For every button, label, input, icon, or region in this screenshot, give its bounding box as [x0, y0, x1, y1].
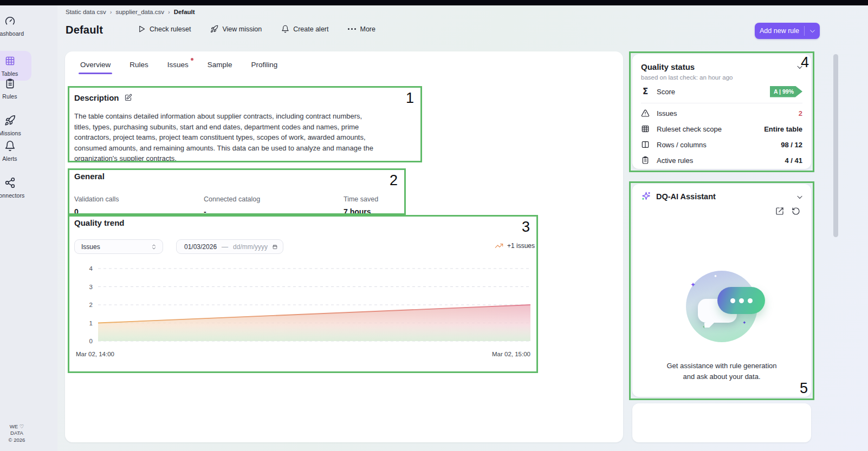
breadcrumb-item-current[interactable]: Default: [174, 9, 195, 15]
os-top-bar: [0, 0, 868, 5]
svg-text:4: 4: [89, 265, 93, 272]
x-axis-label-start: Mar 02, 14:00: [76, 351, 114, 357]
sidebar-item-label: Tables: [0, 70, 31, 77]
svg-text:1: 1: [89, 320, 93, 326]
metric-select-value: Issues: [81, 243, 151, 251]
share-nodes-icon: [4, 177, 16, 188]
general-title: General: [74, 172, 105, 181]
footer-line: DATA: [10, 430, 23, 436]
quality-status-panel: Quality status based on last check: an h…: [632, 54, 811, 169]
bell-icon: [4, 140, 16, 152]
sidebar-item-label: Connectors: [0, 192, 31, 199]
add-new-rule-button[interactable]: Add new rule: [755, 23, 820, 39]
metric-value: 7 hours: [344, 207, 378, 216]
metric-validation-calls: Validation calls 0: [74, 195, 119, 216]
sidebar-item-tables[interactable]: Tables: [0, 51, 31, 81]
issues-notification-dot: [191, 58, 193, 61]
edit-pencil-icon[interactable]: [124, 94, 132, 102]
sidebar-item-connectors[interactable]: Connectors: [0, 177, 31, 199]
svg-text:2: 2: [89, 302, 93, 308]
sidebar-item-label: Dashboard: [0, 30, 31, 37]
clipboard-list-icon: [4, 78, 16, 89]
sidebar-item-missions[interactable]: Missions: [0, 115, 31, 136]
sidebar-item-alerts[interactable]: Alerts: [0, 140, 31, 162]
play-icon: [138, 25, 146, 33]
tab-label: Issues: [167, 61, 189, 69]
metric-label: Validation calls: [74, 195, 119, 203]
add-new-rule-label: Add new rule: [755, 27, 804, 35]
action-label: Check ruleset: [150, 25, 191, 33]
score-row: Σ Score A | 99%: [641, 86, 802, 97]
rocket-icon: [210, 25, 218, 33]
quality-trend-chart: 4 3 2 1 0 Mar 02, 14:00 Mar 02, 15:00: [74, 262, 535, 349]
sidebar: Dashboard Tables Rules Missions Alerts C…: [0, 5, 57, 451]
metric-connected-catalog: Connected catalog -: [204, 195, 260, 216]
metric-label: Time saved: [344, 195, 378, 203]
check-ruleset-button[interactable]: Check ruleset: [138, 25, 191, 33]
rows-columns-row: Rows / columns 98 / 12: [641, 139, 802, 151]
quality-status-subtitle: based on last check: an hour ago: [641, 74, 733, 81]
ai-assistant-title: DQ-AI Assistant: [656, 192, 716, 201]
svg-text:0: 0: [89, 338, 93, 344]
create-alert-button[interactable]: Create alert: [281, 25, 328, 33]
breadcrumb-item[interactable]: supplier_data.csv: [115, 9, 164, 15]
y-axis-ticks: 4 3 2 1 0: [89, 265, 93, 344]
area-chart: 4 3 2 1 0: [74, 262, 535, 349]
view-mission-button[interactable]: View mission: [210, 25, 262, 33]
trending-up-icon: [495, 241, 503, 250]
sparkle-decoration: ✦: [690, 282, 696, 288]
action-label: More: [360, 25, 375, 33]
description-title: Description: [74, 93, 119, 102]
ruleset-scope-row: Ruleset check scope Entire table: [641, 123, 802, 135]
row-label: Active rules: [657, 156, 778, 165]
table-grid-icon: [641, 125, 650, 133]
more-button[interactable]: More: [348, 25, 375, 33]
sidebar-item-rules[interactable]: Rules: [0, 78, 31, 100]
metric-time-saved: Time saved 7 hours: [344, 195, 378, 216]
vertical-scrollbar-thumb[interactable]: [833, 54, 838, 237]
quality-trend-section: Quality trend Issues 01/03/2026 — dd/mm/…: [74, 216, 542, 349]
gauge-icon: [4, 15, 16, 27]
metric-select[interactable]: Issues: [74, 239, 163, 254]
chevron-down-icon: [809, 28, 816, 35]
sidebar-item-label: Alerts: [0, 155, 31, 162]
chevron-down-icon[interactable]: [796, 193, 804, 201]
row-label: Rows / columns: [657, 141, 774, 149]
external-link-icon[interactable]: [775, 207, 784, 215]
rocket-icon: [4, 115, 16, 126]
tab-profiling[interactable]: Profiling: [251, 61, 278, 74]
refresh-icon[interactable]: [792, 207, 800, 215]
tab-rules[interactable]: Rules: [129, 61, 148, 74]
breadcrumb-separator: ›: [110, 9, 112, 15]
tab-issues[interactable]: Issues: [167, 61, 189, 74]
row-value: 2: [799, 109, 802, 117]
tab-overview[interactable]: Overview: [80, 61, 111, 74]
tab-label: Overview: [80, 61, 111, 69]
description-section: Description The table contains detailed …: [74, 87, 425, 164]
x-axis-label-end: Mar 02, 15:00: [492, 351, 530, 357]
row-label: Issues: [657, 109, 792, 117]
metric-label: Connected catalog: [204, 195, 260, 203]
date-from-value: 01/03/2026: [184, 243, 217, 251]
sidebar-item-label: Missions: [0, 130, 31, 136]
tab-label: Profiling: [251, 61, 278, 69]
action-label: Create alert: [293, 25, 328, 33]
calendar-icon[interactable]: [273, 243, 277, 251]
general-section: General Validation calls 0 Connected cat…: [74, 169, 410, 223]
score-label: Score: [657, 88, 763, 96]
breadcrumb-item[interactable]: Static data csv: [66, 9, 106, 15]
chevrons-up-down-icon: [151, 244, 157, 250]
ai-assistant-panel: DQ-AI Assistant ✦ ● ✦ ✦ Get assistance w…: [632, 184, 811, 397]
columns-icon: [641, 140, 650, 149]
ellipsis-icon: [348, 28, 356, 30]
sidebar-item-dashboard[interactable]: Dashboard: [0, 15, 31, 37]
add-rule-dropdown-toggle[interactable]: [805, 28, 820, 35]
breadcrumb: Static data csv › supplier_data.csv › De…: [66, 9, 195, 15]
bell-icon: [281, 25, 289, 33]
issues-row: Issues 2: [641, 107, 802, 119]
tab-bar: Overview Rules Issues Sample Profiling: [80, 61, 277, 74]
active-rules-row: Active rules 4 / 41: [641, 154, 802, 166]
chevron-down-icon[interactable]: [796, 63, 804, 71]
date-range-input[interactable]: 01/03/2026 — dd/mm/yyyy: [176, 239, 283, 254]
tab-sample[interactable]: Sample: [208, 61, 232, 74]
